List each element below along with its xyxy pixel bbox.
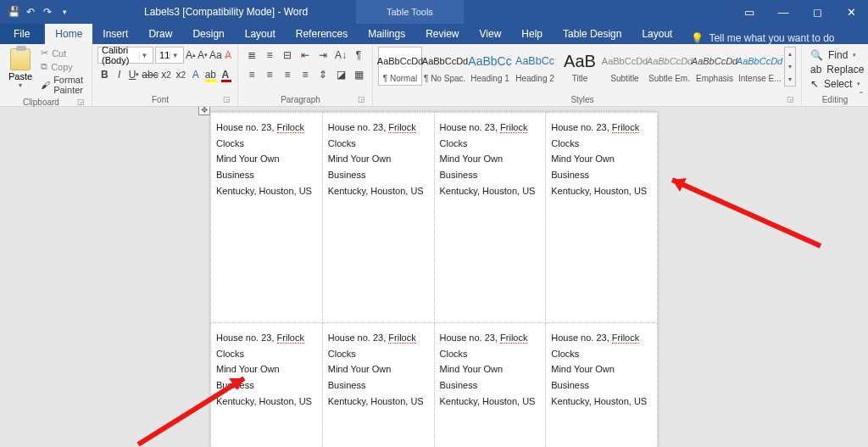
paste-button[interactable]: Paste ▼	[5, 47, 36, 96]
numbering-button[interactable]: ≡	[261, 47, 278, 64]
select-button[interactable]: ↖Select▾	[807, 77, 863, 91]
tab-help[interactable]: Help	[511, 24, 553, 44]
tab-insert[interactable]: Insert	[92, 24, 138, 44]
subscript-button[interactable]: x2	[159, 66, 173, 83]
font-size-combo[interactable]: 11▼	[155, 47, 184, 64]
shading-button[interactable]: ◪	[332, 66, 349, 83]
group-font: Calibri (Body)▼ 11▼ A▴ A▾ Aa A̷ B I U▾ a…	[92, 44, 238, 106]
tab-review[interactable]: Review	[415, 24, 469, 44]
clipboard-dialog-launcher[interactable]: ◲	[77, 98, 85, 106]
clear-formatting-button[interactable]: A̷	[224, 47, 232, 64]
label-cell[interactable]: House no. 23, Frilock ClocksMind Your Ow…	[211, 113, 323, 323]
brush-icon: 🖌	[41, 80, 50, 90]
copy-button[interactable]: ⧉Copy	[39, 60, 86, 73]
label-cell[interactable]: House no. 23, Frilock ClocksMind Your Ow…	[322, 323, 434, 448]
tab-layout-table[interactable]: Layout	[632, 24, 682, 44]
tab-home[interactable]: Home	[45, 24, 92, 44]
font-dialog-launcher[interactable]: ◲	[223, 95, 231, 103]
style-tile-intense-e---[interactable]: AaBbCcDdIntense E...	[737, 47, 782, 86]
highlight-button[interactable]: ab	[203, 66, 217, 83]
window-title: Labels3 [Compatibility Mode] - Word	[144, 0, 308, 24]
document-area[interactable]: ✥ House no. 23, Frilock ClocksMind Your …	[0, 107, 868, 447]
collapse-ribbon-button[interactable]: ˆ	[860, 91, 863, 103]
chevron-down-icon: ▼	[18, 82, 24, 88]
font-size-value: 11	[159, 50, 170, 60]
cut-button[interactable]: ✂Cut	[39, 47, 86, 59]
minimize-button[interactable]: —	[766, 0, 800, 24]
find-button[interactable]: 🔍Find▾	[807, 48, 863, 62]
tab-file[interactable]: File	[0, 24, 43, 44]
labels-table[interactable]: House no. 23, Frilock ClocksMind Your Ow…	[210, 112, 658, 447]
cursor-icon: ↖	[810, 78, 819, 90]
redo-icon[interactable]: ↷	[41, 5, 54, 19]
font-color-button[interactable]: A	[219, 66, 232, 83]
font-name-value: Calibri (Body)	[102, 45, 139, 65]
grow-font-button[interactable]: A▴	[186, 47, 196, 64]
style-tile-subtle-em---[interactable]: AaBbCcDdSubtle Em...	[648, 47, 692, 86]
table-move-handle[interactable]: ✥	[198, 107, 210, 115]
label-cell[interactable]: House no. 23, Frilock ClocksMind Your Ow…	[211, 323, 323, 448]
align-right-button[interactable]: ≡	[279, 66, 296, 83]
label-cell[interactable]: House no. 23, Frilock ClocksMind Your Ow…	[546, 113, 658, 323]
align-left-button[interactable]: ≡	[243, 66, 260, 83]
underline-button[interactable]: U▾	[127, 66, 141, 83]
shrink-font-button[interactable]: A▾	[198, 47, 208, 64]
label-cell[interactable]: House no. 23, Frilock ClocksMind Your Ow…	[322, 113, 434, 323]
change-case-button[interactable]: Aa	[209, 47, 222, 64]
styles-more-button[interactable]: ▴▾▾	[784, 47, 796, 87]
style-tile-subtitle[interactable]: AaBbCcDdSubtitle	[603, 47, 647, 86]
increase-indent-button[interactable]: ⇥	[314, 47, 331, 64]
svg-line-0	[672, 180, 821, 246]
qat-customize-icon[interactable]: ▾	[58, 5, 71, 19]
text-effects-button[interactable]: A	[189, 66, 203, 83]
decrease-indent-button[interactable]: ⇤	[297, 47, 314, 64]
tab-view[interactable]: View	[470, 24, 512, 44]
format-painter-button[interactable]: 🖌Format Painter	[39, 74, 86, 96]
styles-gallery[interactable]: AaBbCcDd¶ NormalAaBbCcDd¶ No Spac...AaBb…	[378, 47, 796, 87]
paragraph-dialog-launcher[interactable]: ◲	[358, 95, 365, 103]
bullets-button[interactable]: ≣	[243, 47, 260, 64]
replace-button[interactable]: abReplace	[807, 63, 863, 76]
style-tile-heading-2[interactable]: AaBbCcHeading 2	[513, 47, 557, 86]
tab-layout[interactable]: Layout	[235, 24, 286, 44]
window-controls: ▭ — ◻ ✕	[732, 0, 868, 24]
paste-icon	[10, 48, 31, 70]
multilevel-button[interactable]: ⊟	[279, 47, 296, 64]
font-name-combo[interactable]: Calibri (Body)▼	[97, 47, 153, 64]
tab-draw[interactable]: Draw	[138, 24, 182, 44]
label-cell[interactable]: House no. 23, Frilock ClocksMind Your Ow…	[546, 323, 658, 448]
style-tile-title[interactable]: AaBTitle	[558, 47, 602, 86]
tab-mailings[interactable]: Mailings	[358, 24, 415, 44]
strikethrough-button[interactable]: abc	[142, 66, 158, 83]
ribbon-display-options-icon[interactable]: ▭	[732, 0, 766, 24]
show-marks-button[interactable]: ¶	[350, 47, 367, 64]
justify-button[interactable]: ≡	[297, 66, 314, 83]
save-icon[interactable]: 💾	[7, 5, 20, 19]
tab-table-design[interactable]: Table Design	[553, 24, 632, 44]
bold-button[interactable]: B	[97, 66, 111, 83]
italic-button[interactable]: I	[112, 66, 125, 83]
tab-design[interactable]: Design	[182, 24, 234, 44]
style-tile---no-spac---[interactable]: AaBbCcDd¶ No Spac...	[423, 47, 467, 86]
style-tile-heading-1[interactable]: AaBbCcHeading 1	[468, 47, 512, 86]
line-spacing-button[interactable]: ⇕	[314, 66, 331, 83]
borders-button[interactable]: ▦	[350, 66, 367, 83]
styles-dialog-launcher[interactable]: ◲	[787, 95, 794, 103]
ribbon: Paste ▼ ✂Cut ⧉Copy 🖌Format Painter Clipb…	[0, 44, 868, 107]
style-tile-emphasis[interactable]: AaBbCcDdEmphasis	[693, 47, 737, 86]
maximize-button[interactable]: ◻	[800, 0, 834, 24]
sort-button[interactable]: A↓	[332, 47, 349, 64]
search-icon: 🔍	[810, 49, 823, 61]
superscript-button[interactable]: x2	[174, 66, 187, 83]
tab-references[interactable]: References	[286, 24, 358, 44]
undo-icon[interactable]: ↶	[24, 5, 37, 19]
label-cell[interactable]: House no. 23, Frilock ClocksMind Your Ow…	[434, 323, 546, 448]
paste-label: Paste	[8, 71, 32, 81]
tell-me-search[interactable]: 💡 Tell me what you want to do	[691, 32, 834, 44]
scissors-icon: ✂	[41, 47, 48, 59]
clipboard-group-label: Clipboard	[23, 98, 59, 107]
style-tile---normal[interactable]: AaBbCcDd¶ Normal	[378, 47, 422, 86]
close-button[interactable]: ✕	[834, 0, 868, 24]
label-cell[interactable]: House no. 23, Frilock ClocksMind Your Ow…	[434, 113, 546, 323]
align-center-button[interactable]: ≡	[261, 66, 278, 83]
